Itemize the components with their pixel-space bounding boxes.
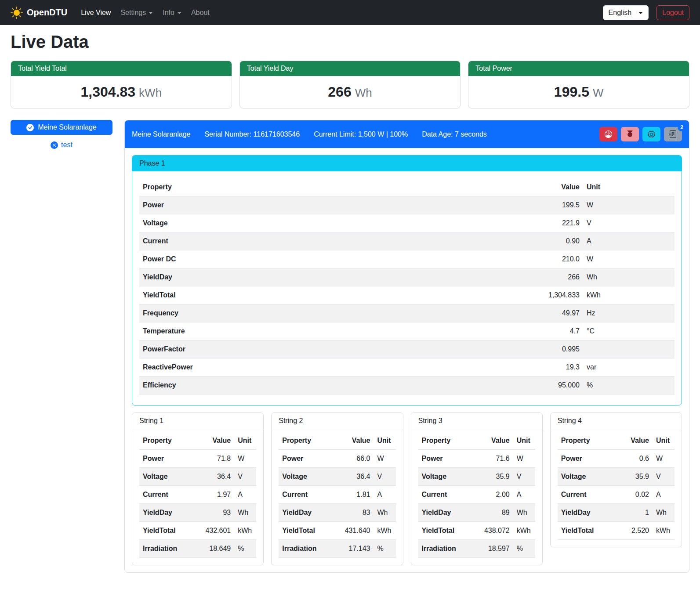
inverter-button-meine-solaranlage[interactable]: Meine Solaranlage: [11, 120, 112, 135]
string-title: String 2: [272, 413, 403, 429]
table-row: Power 199.5 W: [139, 196, 675, 214]
logout-button[interactable]: Logout: [656, 5, 689, 20]
column-unit: Unit: [513, 432, 535, 450]
x-circle-icon: [51, 141, 58, 149]
chevron-down-icon: [638, 12, 643, 14]
row-value: 2.00: [477, 486, 513, 504]
page-content: Live Data Total Yield Total 1,304.83kWh …: [0, 25, 700, 583]
device-info-button[interactable]: [642, 127, 660, 141]
string-table-body: Power 71.8 W Voltage 36.4 V Current 1.97…: [139, 450, 256, 558]
brand[interactable]: OpenDTU: [11, 7, 67, 19]
table-header-row: Property Value Unit: [139, 432, 256, 450]
column-unit: Unit: [653, 432, 675, 450]
table-row: Current 2.00 A: [418, 486, 535, 504]
table-row: Voltage 36.4 V: [139, 468, 256, 486]
row-value: 89: [477, 504, 513, 522]
row-value: 1,304.833: [517, 286, 583, 304]
table-row: YieldTotal 438.072 kWh: [418, 522, 535, 540]
row-unit: kWh: [234, 522, 256, 540]
nav-item-label: Live View: [81, 9, 111, 17]
phase-card: Phase 1 Property Value Unit Power 1: [132, 155, 682, 405]
table-row: YieldTotal 1,304.833 kWh: [139, 286, 675, 304]
row-value: 66.0: [338, 450, 374, 468]
speedometer-icon: [605, 130, 612, 138]
row-property: YieldTotal: [558, 522, 617, 540]
row-unit: W: [234, 450, 256, 468]
table-row: Power 71.6 W: [418, 450, 535, 468]
row-unit: %: [583, 376, 675, 394]
row-property: Voltage: [558, 468, 617, 486]
row-value: 1: [617, 504, 653, 522]
row-unit: V: [374, 468, 396, 486]
table-row: Current 1.97 A: [139, 486, 256, 504]
string-title: String 4: [551, 413, 682, 429]
row-value: 4.7: [517, 322, 583, 340]
row-value: 0.90: [517, 232, 583, 250]
phase-title: Phase 1: [132, 156, 682, 171]
string-table-body: Power 0.6 W Voltage 35.9 V Current 0.02 …: [558, 450, 675, 540]
phase-table-body: Power 199.5 W Voltage 221.9 V Current 0.…: [139, 196, 675, 394]
row-unit: Wh: [513, 504, 535, 522]
power-settings-button[interactable]: [621, 127, 639, 141]
summary-card-value: 266: [328, 84, 351, 100]
row-property: YieldDay: [279, 504, 337, 522]
row-value: 0.995: [517, 340, 583, 358]
row-property: Current: [279, 486, 337, 504]
string-table-body: Power 71.6 W Voltage 35.9 V Current 2.00…: [418, 450, 535, 558]
row-unit: var: [583, 358, 675, 376]
column-value: Value: [617, 432, 653, 450]
table-row: Voltage 35.9 V: [558, 468, 675, 486]
nav-right: English Logout: [603, 5, 689, 20]
journal-text-icon: [669, 130, 677, 138]
inverter-button-test[interactable]: test: [48, 141, 75, 149]
row-unit: kWh: [374, 522, 396, 540]
table-row: Power DC 210.0 W: [139, 250, 675, 268]
inverter-serial: Serial Number: 116171603546: [204, 130, 300, 138]
chevron-down-icon: [149, 12, 153, 14]
row-value: 210.0: [517, 250, 583, 268]
table-header-row: Property Value Unit: [558, 432, 675, 450]
row-property: Temperature: [139, 322, 517, 340]
row-unit: V: [583, 214, 675, 232]
row-unit: V: [513, 468, 535, 486]
language-select[interactable]: English: [603, 5, 649, 20]
string-card: String 2 Property Value Unit Power 66.0 …: [271, 412, 403, 565]
row-value: 431.640: [338, 522, 374, 540]
table-row: Irradiation 18.649 %: [139, 540, 256, 558]
brand-label: OpenDTU: [27, 7, 67, 18]
row-unit: V: [653, 468, 675, 486]
nav-links: Live View Settings Info About: [76, 5, 214, 20]
event-count-badge: 2: [678, 123, 686, 131]
row-unit: A: [374, 486, 396, 504]
nav-item-live-view[interactable]: Live View: [76, 5, 116, 20]
row-unit: °C: [583, 322, 675, 340]
row-property: YieldTotal: [418, 522, 477, 540]
event-log-button[interactable]: 2: [664, 127, 682, 141]
table-row: Efficiency 95.000 %: [139, 376, 675, 394]
limit-settings-button[interactable]: [599, 127, 617, 141]
table-row: YieldDay 1 Wh: [558, 504, 675, 522]
table-row: Power 71.8 W: [139, 450, 256, 468]
row-property: Frequency: [139, 304, 517, 322]
string-title: String 3: [411, 413, 542, 429]
language-value: English: [609, 9, 631, 17]
table-row: Power 0.6 W: [558, 450, 675, 468]
row-property: YieldTotal: [139, 522, 198, 540]
string-table: Property Value Unit Power 66.0 W Voltage…: [279, 432, 395, 558]
row-unit: A: [583, 232, 675, 250]
row-unit: kWh: [513, 522, 535, 540]
row-property: Irradiation: [279, 540, 337, 558]
row-value: 71.6: [477, 450, 513, 468]
row-property: Voltage: [418, 468, 477, 486]
row-property: Power: [418, 450, 477, 468]
nav-item-settings[interactable]: Settings: [116, 5, 158, 20]
nav-item-info[interactable]: Info: [158, 5, 186, 20]
row-value: 199.5: [517, 196, 583, 214]
row-property: Voltage: [139, 468, 198, 486]
row-unit: A: [653, 486, 675, 504]
summary-card-title: Total Power: [468, 61, 689, 76]
row-value: 432.601: [198, 522, 234, 540]
table-header-row: Property Value Unit: [418, 432, 535, 450]
page-title: Live Data: [11, 32, 689, 52]
nav-item-about[interactable]: About: [186, 5, 214, 20]
